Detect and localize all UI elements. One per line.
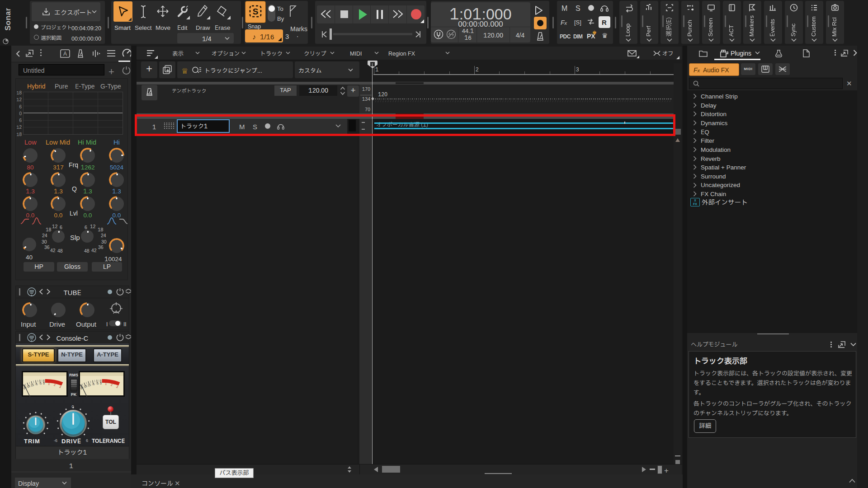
svg-text:0: 0	[43, 382, 45, 385]
svg-text:A: A	[63, 51, 67, 57]
svg-text:-3: -3	[39, 382, 42, 385]
svg-text:-3: -3	[96, 382, 99, 385]
svg-text:S: S	[253, 7, 259, 16]
svg-text:0: 0	[100, 382, 102, 385]
